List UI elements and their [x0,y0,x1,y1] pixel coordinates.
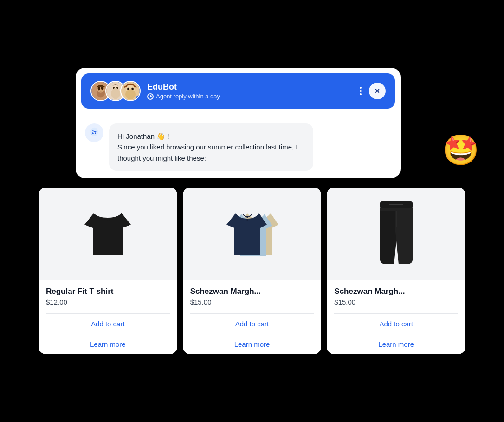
avatar-3 [120,81,141,101]
bot-name: EduBot [147,82,351,92]
online-indicator [136,96,141,100]
pants-image [378,199,415,269]
product-info-3: Schezwan Margh... $15.00 [327,280,465,313]
learn-more-button-2[interactable]: Learn more [183,334,322,354]
bot-status: Agent reply within a day [147,93,351,100]
more-options-button[interactable] [358,85,363,97]
svg-point-15 [246,216,248,218]
add-to-cart-button-3[interactable]: Add to cart [327,314,465,334]
product-card-3: Schezwan Margh... $15.00 Add to cart Lea… [327,188,465,354]
main-container: EduBot Agent reply within a day × [29,58,475,364]
svg-point-16 [246,219,248,221]
add-to-cart-button-1[interactable]: Add to cart [39,314,177,334]
product-name-3: Schezwan Margh... [334,287,458,296]
add-to-cart-button-2[interactable]: Add to cart [183,314,322,334]
header-info: EduBot Agent reply within a day [147,82,351,100]
header-actions: × [358,83,386,99]
svg-point-9 [111,88,120,99]
product-price-2: $15.00 [190,298,314,306]
product-price-3: $15.00 [334,298,458,306]
product-image-3 [327,188,465,280]
product-name-1: Regular Fit T-shirt [46,287,170,296]
chat-body: Hi Jonathan 👋 ! Since you liked browsing… [76,114,401,178]
product-image-1 [39,188,177,280]
svg-point-4 [101,86,103,90]
product-card-1: Regular Fit T-shirt $12.00 Add to cart L… [39,188,177,354]
bird-icon [89,127,99,139]
product-actions-2: Add to cart Learn more [183,314,322,354]
products-grid: Regular Fit T-shirt $12.00 Add to cart L… [39,188,465,354]
product-name-2: Schezwan Margh... [190,287,314,296]
svg-point-14 [125,89,136,99]
product-info-1: Regular Fit T-shirt $12.00 [39,280,177,313]
message-row: Hi Jonathan 👋 ! Since you liked browsing… [85,123,391,171]
product-info-2: Schezwan Margh... $15.00 [183,280,322,313]
close-button[interactable]: × [369,83,386,99]
message-bubble: Hi Jonathan 👋 ! Since you liked browsing… [109,123,313,171]
emoji-decoration: 🤩 [442,133,479,168]
product-actions-1: Add to cart Learn more [39,314,177,354]
product-actions-3: Add to cart Learn more [327,314,465,354]
bot-avatar-message [85,123,103,142]
product-card-2: Schezwan Margh... $15.00 Add to cart Lea… [183,188,322,354]
polo-image [220,204,284,264]
learn-more-button-3[interactable]: Learn more [327,334,465,354]
product-image-2 [183,188,322,280]
product-price-1: $12.00 [46,298,170,306]
chat-widget: EduBot Agent reply within a day × [76,68,401,178]
learn-more-button-1[interactable]: Learn more [39,334,177,354]
svg-rect-19 [380,208,413,211]
avatars-group [90,81,141,101]
svg-point-3 [98,86,100,90]
clock-icon [147,93,154,100]
greeting-text: Hi Jonathan 👋 ! Since you liked browsing… [117,132,298,162]
tshirt-image [80,204,136,264]
status-text: Agent reply within a day [156,93,220,100]
chat-header: EduBot Agent reply within a day × [81,73,395,109]
